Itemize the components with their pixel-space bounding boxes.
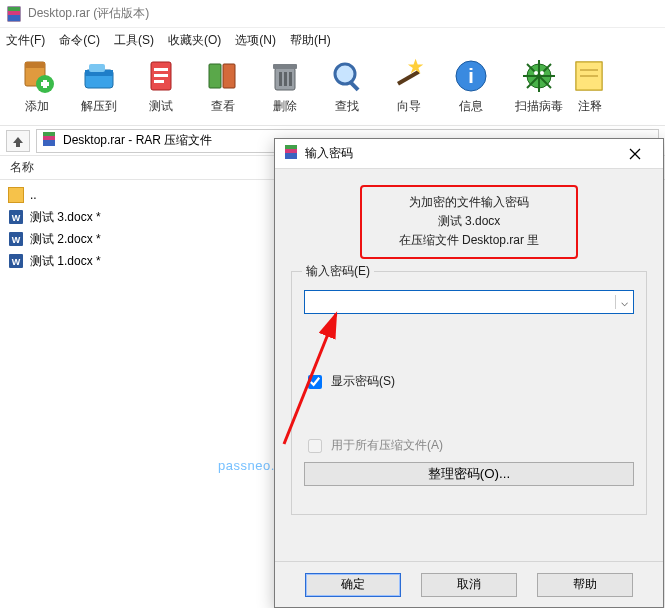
svg-rect-3 bbox=[8, 15, 20, 21]
menubar: 文件(F) 命令(C) 工具(S) 收藏夹(O) 选项(N) 帮助(H) bbox=[0, 28, 665, 52]
svg-text:W: W bbox=[12, 213, 21, 223]
svg-rect-17 bbox=[223, 64, 235, 88]
svg-rect-54 bbox=[285, 153, 297, 159]
password-dialog: 输入密码 为加密的文件输入密码 测试 3.docx 在压缩文件 Desktop.… bbox=[274, 138, 664, 608]
up-button[interactable] bbox=[6, 130, 30, 152]
view-icon bbox=[203, 56, 243, 96]
tb-virus-label: 扫描病毒 bbox=[515, 98, 563, 115]
menu-command[interactable]: 命令(C) bbox=[59, 32, 100, 49]
menu-file[interactable]: 文件(F) bbox=[6, 32, 45, 49]
svg-rect-19 bbox=[273, 64, 297, 69]
close-button[interactable] bbox=[615, 140, 655, 168]
svg-rect-53 bbox=[285, 149, 297, 153]
ok-button[interactable]: 确定 bbox=[305, 573, 401, 597]
svg-rect-43 bbox=[43, 140, 55, 146]
prompt-line-1: 为加密的文件输入密码 bbox=[376, 193, 562, 212]
svg-rect-15 bbox=[154, 80, 164, 83]
toolbar: 添加 解压到 测试 查看 删除 查找 向导 i 信息 扫描病毒 注释 bbox=[0, 52, 665, 126]
menu-tools[interactable]: 工具(S) bbox=[114, 32, 154, 49]
password-group-label: 输入密码(E) bbox=[302, 263, 374, 280]
svg-text:i: i bbox=[468, 65, 474, 87]
password-group: 输入密码(E) ⌵ 显示密码(S) 用于所有压缩文件(A) 整理密码(O)... bbox=[291, 271, 647, 515]
password-combo[interactable]: ⌵ bbox=[304, 290, 634, 314]
dialog-body: 为加密的文件输入密码 测试 3.docx 在压缩文件 Desktop.rar 里… bbox=[275, 169, 663, 607]
prompt-box: 为加密的文件输入密码 测试 3.docx 在压缩文件 Desktop.rar 里 bbox=[360, 185, 578, 259]
svg-rect-1 bbox=[8, 7, 20, 11]
svg-rect-16 bbox=[209, 64, 221, 88]
dialog-icon bbox=[283, 144, 299, 163]
show-password-checkbox[interactable]: 显示密码(S) bbox=[304, 372, 634, 392]
cancel-button[interactable]: 取消 bbox=[421, 573, 517, 597]
dialog-footer: 确定 取消 帮助 bbox=[275, 561, 663, 607]
use-for-all-checkbox[interactable]: 用于所有压缩文件(A) bbox=[304, 436, 634, 456]
folder-up-icon bbox=[8, 187, 24, 203]
tb-test[interactable]: 测试 bbox=[130, 56, 192, 120]
tb-virus[interactable]: 扫描病毒 bbox=[508, 56, 570, 120]
svg-text:W: W bbox=[12, 257, 21, 267]
svg-rect-24 bbox=[348, 80, 359, 91]
svg-point-34 bbox=[534, 71, 538, 75]
docx-icon: W bbox=[8, 253, 24, 269]
app-icon bbox=[6, 6, 22, 22]
info-icon: i bbox=[451, 56, 491, 96]
organize-passwords-button[interactable]: 整理密码(O)... bbox=[304, 462, 634, 486]
svg-rect-11 bbox=[89, 64, 105, 72]
tb-comment-label: 注释 bbox=[578, 98, 602, 115]
show-password-input[interactable] bbox=[308, 375, 322, 389]
tb-extract-label: 解压到 bbox=[81, 98, 117, 115]
help-button[interactable]: 帮助 bbox=[537, 573, 633, 597]
tb-info-label: 信息 bbox=[459, 98, 483, 115]
use-for-all-input[interactable] bbox=[308, 439, 322, 453]
file-name: 测试 1.docx * bbox=[30, 253, 101, 270]
tb-info[interactable]: i 信息 bbox=[440, 56, 502, 120]
menu-options[interactable]: 选项(N) bbox=[235, 32, 276, 49]
tb-extract[interactable]: 解压到 bbox=[68, 56, 130, 120]
dialog-title: 输入密码 bbox=[305, 145, 615, 162]
tb-comment[interactable]: 注释 bbox=[570, 56, 610, 120]
svg-text:W: W bbox=[12, 235, 21, 245]
prompt-line-3: 在压缩文件 Desktop.rar 里 bbox=[376, 231, 562, 250]
menu-help[interactable]: 帮助(H) bbox=[290, 32, 331, 49]
svg-rect-20 bbox=[279, 72, 282, 86]
svg-rect-8 bbox=[43, 80, 47, 88]
delete-icon bbox=[265, 56, 305, 96]
svg-rect-2 bbox=[8, 11, 20, 15]
window-title: Desktop.rar (评估版本) bbox=[28, 5, 149, 22]
chevron-down-icon[interactable]: ⌵ bbox=[615, 295, 633, 309]
wizard-icon bbox=[389, 56, 429, 96]
up-arrow-icon bbox=[11, 134, 25, 148]
svg-rect-21 bbox=[284, 72, 287, 86]
tb-wizard-label: 向导 bbox=[397, 98, 421, 115]
svg-rect-42 bbox=[43, 136, 55, 140]
docx-icon: W bbox=[8, 209, 24, 225]
comment-icon bbox=[570, 56, 610, 96]
test-icon bbox=[141, 56, 181, 96]
svg-rect-14 bbox=[154, 74, 168, 77]
tb-view[interactable]: 查看 bbox=[192, 56, 254, 120]
tb-add[interactable]: 添加 bbox=[6, 56, 68, 120]
tb-add-label: 添加 bbox=[25, 98, 49, 115]
virus-icon bbox=[519, 56, 559, 96]
tb-wizard[interactable]: 向导 bbox=[378, 56, 440, 120]
find-icon bbox=[327, 56, 367, 96]
svg-rect-13 bbox=[154, 68, 168, 71]
tb-find[interactable]: 查找 bbox=[316, 56, 378, 120]
svg-rect-41 bbox=[43, 132, 55, 136]
titlebar: Desktop.rar (评估版本) bbox=[0, 0, 665, 28]
svg-rect-5 bbox=[25, 62, 45, 68]
menu-favorites[interactable]: 收藏夹(O) bbox=[168, 32, 221, 49]
add-icon bbox=[17, 56, 57, 96]
tb-test-label: 测试 bbox=[149, 98, 173, 115]
svg-rect-22 bbox=[289, 72, 292, 86]
use-for-all-label: 用于所有压缩文件(A) bbox=[331, 437, 443, 454]
docx-icon: W bbox=[8, 231, 24, 247]
show-password-label: 显示密码(S) bbox=[331, 373, 395, 390]
file-name: .. bbox=[30, 188, 37, 202]
svg-point-35 bbox=[540, 71, 544, 75]
tb-delete[interactable]: 删除 bbox=[254, 56, 316, 120]
col-name: 名称 bbox=[10, 159, 34, 176]
tb-delete-label: 删除 bbox=[273, 98, 297, 115]
svg-rect-52 bbox=[285, 145, 297, 149]
file-name: 测试 2.docx * bbox=[30, 231, 101, 248]
password-input[interactable] bbox=[305, 291, 615, 313]
